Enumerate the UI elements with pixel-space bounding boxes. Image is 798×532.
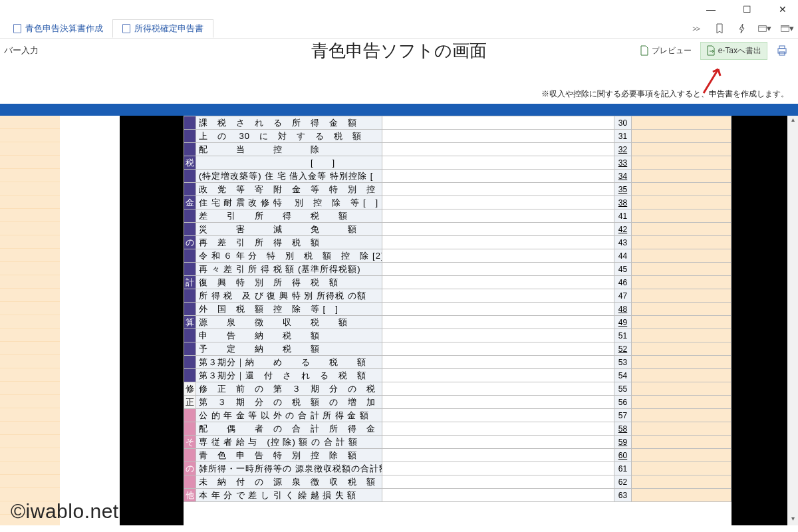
table-row: 他本 年 分 で 差 し 引 く 繰 越 損 失 額63 (184, 489, 732, 502)
table-row: 第３期分｜納 め る 税 額53 (184, 356, 732, 369)
value-cell[interactable] (382, 156, 614, 170)
value-cell[interactable] (382, 249, 614, 263)
table-row: 修修 正 前 の 第 ３ 期 分 の 税 額55 (184, 382, 732, 396)
value-cell[interactable] (382, 196, 614, 209)
value-cell[interactable] (382, 183, 614, 196)
table-row: 計復 興 特 別 所 得 税 額46 (184, 276, 732, 289)
scroll-down-icon[interactable]: ▾ (787, 515, 798, 525)
category-cell (184, 116, 196, 130)
value-cell[interactable] (382, 170, 614, 183)
row-label: 政 党 等 寄 附 金 等 特 別 控 除 (196, 183, 382, 196)
row-number: 32 (614, 143, 632, 156)
value-cell[interactable] (382, 223, 614, 236)
value-cell[interactable] (382, 116, 614, 130)
overflow-icon[interactable]: >> (692, 25, 700, 33)
window-maximize-button[interactable]: ☐ (737, 4, 757, 15)
value-cell[interactable] (382, 342, 614, 356)
category-cell: そ (184, 436, 196, 449)
toolbar-row: バー入力 青色申告ソフトの画面 プレビュー e-Taxへ書出 (0, 39, 798, 63)
archive-icon[interactable]: ▾ (781, 22, 794, 35)
row-label: [ ] (196, 156, 382, 170)
table-row: 算源 泉 徴 収 税 額49 (184, 316, 732, 329)
extra-cell (632, 170, 732, 183)
value-cell[interactable] (382, 449, 614, 462)
row-label: 第３期分｜納 め る 税 額 (196, 356, 382, 369)
bookmark-icon[interactable] (713, 22, 726, 35)
table-row: 正第 ３ 期 分 の 税 額 の 増 加 額56 (184, 396, 732, 409)
value-cell[interactable] (382, 475, 614, 489)
extra-cell (632, 316, 732, 329)
row-number: 61 (614, 462, 632, 475)
value-cell[interactable] (382, 356, 614, 369)
row-number: 62 (614, 475, 632, 489)
main-content: 課 税 さ れ る 所 得 金 額30上 の 30 に 対 す る 税 額31配… (0, 116, 798, 525)
table-row: 課 税 さ れ る 所 得 金 額30 (184, 116, 732, 130)
tab-kessansho[interactable]: 青色申告決算書作成 (4, 20, 112, 37)
row-number: 60 (614, 449, 632, 462)
left-gutter (0, 116, 60, 525)
tab-shotokuzei[interactable]: 所得税確定申告書 (112, 19, 213, 38)
row-number: 38 (614, 196, 632, 209)
table-row: 青 色 申 告 特 別 控 除 額60 (184, 449, 732, 462)
category-cell (184, 143, 196, 156)
value-cell[interactable] (382, 263, 614, 276)
tab-label: 所得税確定申告書 (134, 23, 203, 35)
value-cell[interactable] (382, 409, 614, 422)
value-cell[interactable] (382, 289, 614, 303)
watermark: ©iwablo.net (11, 500, 119, 523)
scroll-up-icon[interactable]: ▴ (787, 116, 798, 126)
row-number: 48 (614, 303, 632, 316)
table-row: 政 党 等 寄 附 金 等 特 別 控 除35 (184, 183, 732, 196)
category-cell: 税 (184, 156, 196, 170)
value-cell[interactable] (382, 316, 614, 329)
category-cell (184, 183, 196, 196)
extra-cell (632, 276, 732, 289)
category-cell (184, 342, 196, 356)
document-icon (640, 45, 649, 56)
hint-area: ※収入や控除に関する必要事項を記入すると、申告書を作成します。 (0, 63, 798, 104)
etax-label: e-Taxへ書出 (718, 45, 761, 57)
row-label: 配 偶 者 の 合 計 所 得 金 額 (196, 422, 382, 436)
lightning-icon[interactable] (735, 22, 749, 35)
value-cell[interactable] (382, 369, 614, 382)
extra-cell (632, 303, 732, 316)
row-label: 上 の 30 に 対 す る 税 額 (196, 130, 382, 143)
extra-cell (632, 116, 732, 130)
value-cell[interactable] (382, 236, 614, 249)
preview-button[interactable]: プレビュー (634, 42, 698, 60)
table-row: 金住 宅 耐 震 改 修 特 別 控 除 等 [ ]38 (184, 196, 732, 209)
table-row: 災 害 減 免 額42 (184, 223, 732, 236)
svg-rect-0 (759, 25, 767, 31)
vertical-scrollbar[interactable]: ▴ ▾ (787, 116, 798, 525)
page-title: 青色申告ソフトの画面 (311, 39, 487, 63)
value-cell[interactable] (382, 276, 614, 289)
extra-cell (632, 156, 732, 170)
row-label: 課 税 さ れ る 所 得 金 額 (196, 116, 382, 130)
value-cell[interactable] (382, 489, 614, 502)
row-number: 51 (614, 329, 632, 342)
print-button[interactable] (770, 41, 794, 60)
window-minimize-button[interactable]: — (701, 4, 721, 15)
category-cell: 修 (184, 382, 196, 396)
etax-export-button[interactable]: e-Taxへ書出 (700, 42, 767, 60)
value-cell[interactable] (382, 382, 614, 396)
value-cell[interactable] (382, 462, 614, 475)
table-row: 公 的 年 金 等 以 外 の 合 計 所 得 金 額57 (184, 409, 732, 422)
value-cell[interactable] (382, 329, 614, 342)
row-number: 59 (614, 436, 632, 449)
row-label: 差 引 所 得 税 額 (196, 209, 382, 223)
window-close-button[interactable]: ✕ (773, 4, 793, 15)
value-cell[interactable] (382, 130, 614, 143)
table-row: 第３期分｜還 付 さ れ る 税 額54 (184, 369, 732, 382)
table-row: (特定増改築等) 住 宅 借入金等 特別控除 [ ][ ]34 (184, 170, 732, 183)
row-label: 第 ３ 期 分 の 税 額 の 増 加 額 (196, 396, 382, 409)
value-cell[interactable] (382, 436, 614, 449)
value-cell[interactable] (382, 303, 614, 316)
value-cell[interactable] (382, 396, 614, 409)
value-cell[interactable] (382, 422, 614, 436)
row-number: 44 (614, 249, 632, 263)
value-cell[interactable] (382, 143, 614, 156)
value-cell[interactable] (382, 209, 614, 223)
row-number: 56 (614, 396, 632, 409)
window-icon[interactable]: ▾ (758, 22, 771, 35)
